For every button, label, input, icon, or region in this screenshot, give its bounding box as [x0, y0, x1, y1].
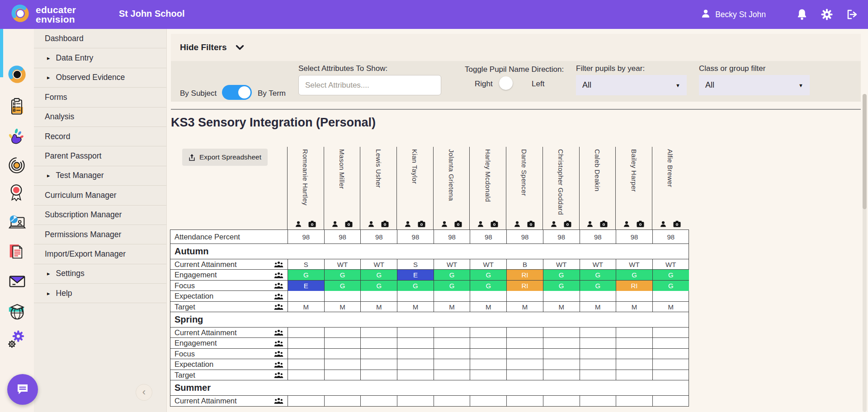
grade-cell[interactable] — [470, 291, 506, 301]
logout-icon[interactable] — [846, 9, 858, 20]
sidebar-item-help[interactable]: ▸Help — [34, 284, 166, 303]
group-icon[interactable] — [274, 261, 283, 268]
grade-cell[interactable] — [434, 370, 470, 380]
pupil-camera-icon[interactable] — [381, 220, 389, 228]
grade-cell[interactable] — [470, 370, 506, 380]
group-icon[interactable] — [274, 372, 283, 379]
grade-cell[interactable]: G — [360, 281, 397, 291]
sidebar-item-data-entry[interactable]: ▸Data Entry — [34, 48, 166, 68]
document-icon[interactable] — [7, 242, 25, 264]
globe-graduation-icon[interactable] — [7, 300, 28, 323]
grade-cell[interactable] — [652, 396, 689, 406]
grade-cell[interactable]: WT — [470, 259, 506, 270]
user-menu[interactable]: Becky St John — [701, 9, 766, 20]
grade-cell[interactable]: 98 — [324, 230, 361, 244]
pupil-profile-icon[interactable] — [514, 220, 521, 228]
chat-fab-button[interactable] — [7, 374, 38, 405]
grade-cell[interactable]: WT — [580, 259, 616, 270]
grade-cell[interactable]: G — [470, 270, 506, 280]
grade-cell[interactable] — [360, 359, 397, 370]
grade-cell[interactable] — [324, 291, 361, 301]
grade-cell[interactable]: WT — [616, 259, 652, 270]
grade-cell[interactable]: WT — [360, 259, 397, 270]
grade-cell[interactable] — [470, 349, 506, 359]
grade-cell[interactable] — [434, 291, 470, 301]
grade-cell[interactable] — [616, 396, 652, 406]
grade-cell[interactable] — [580, 349, 616, 359]
grade-cell[interactable] — [543, 291, 580, 301]
sidebar-item-import-export-manager[interactable]: Import/Export Manager — [34, 244, 166, 264]
grade-cell[interactable] — [434, 328, 470, 338]
sidebar-item-analysis[interactable]: Analysis — [34, 108, 166, 127]
grade-cell[interactable] — [506, 359, 543, 370]
sidebar-item-parent-passport[interactable]: Parent Passport — [34, 146, 166, 166]
grade-cell[interactable]: RI — [506, 270, 543, 280]
gears-icon[interactable] — [7, 330, 26, 351]
grade-cell[interactable] — [397, 349, 434, 359]
grade-cell[interactable]: G — [360, 270, 397, 280]
grade-cell[interactable] — [288, 370, 324, 380]
grade-cell[interactable]: 98 — [397, 230, 434, 244]
pupil-camera-icon[interactable] — [599, 220, 608, 228]
pupil-profile-icon[interactable] — [331, 220, 339, 228]
group-icon[interactable] — [274, 340, 283, 346]
grade-cell[interactable]: G — [652, 281, 689, 291]
grade-cell[interactable]: 98 — [470, 230, 506, 244]
pupil-profile-icon[interactable] — [295, 220, 302, 228]
grade-cell[interactable] — [360, 396, 397, 406]
grade-cell[interactable]: G — [434, 270, 470, 280]
grade-cell[interactable]: WT — [543, 259, 580, 270]
grade-cell[interactable] — [397, 328, 434, 338]
grade-cell[interactable]: M — [324, 302, 361, 312]
grade-cell[interactable]: M — [652, 302, 689, 312]
grade-cell[interactable]: G — [616, 270, 652, 280]
grade-cell[interactable]: WT — [652, 259, 689, 270]
grade-cell[interactable] — [616, 370, 652, 380]
grade-cell[interactable] — [288, 338, 324, 348]
grade-cell[interactable] — [506, 291, 543, 301]
grade-cell[interactable] — [506, 349, 543, 359]
grade-cell[interactable]: M — [288, 302, 324, 312]
grade-cell[interactable]: G — [324, 270, 361, 280]
grade-cell[interactable] — [543, 349, 580, 359]
attributes-input[interactable] — [298, 75, 441, 95]
group-icon[interactable] — [274, 398, 283, 404]
grade-cell[interactable]: 98 — [360, 230, 397, 244]
pupil-profile-icon[interactable] — [550, 220, 557, 228]
pupil-camera-icon[interactable] — [417, 220, 426, 228]
grade-cell[interactable]: S — [288, 259, 324, 270]
grade-cell[interactable]: WT — [434, 259, 470, 270]
grade-cell[interactable] — [580, 338, 616, 348]
grade-cell[interactable] — [434, 349, 470, 359]
grade-cell[interactable] — [470, 338, 506, 348]
rosette-icon[interactable] — [7, 183, 26, 203]
pupil-profile-icon[interactable] — [586, 220, 594, 228]
settings-gear-icon[interactable] — [821, 9, 833, 20]
dashboard-logo-icon[interactable] — [7, 64, 28, 87]
grade-cell[interactable] — [616, 328, 652, 338]
sidebar-item-settings[interactable]: ▸Settings — [34, 264, 166, 284]
laptop-chart-icon[interactable] — [7, 212, 28, 235]
grade-cell[interactable]: S — [397, 259, 434, 270]
grade-cell[interactable] — [397, 359, 434, 370]
grade-cell[interactable] — [288, 291, 324, 301]
pupil-camera-icon[interactable] — [673, 220, 681, 228]
notifications-bell-icon[interactable] — [797, 9, 807, 20]
grade-cell[interactable] — [324, 328, 361, 338]
pupil-camera-icon[interactable] — [308, 220, 316, 228]
grade-cell[interactable] — [324, 396, 361, 406]
hand-icon[interactable] — [7, 126, 27, 148]
grade-cell[interactable] — [397, 370, 434, 380]
grade-cell[interactable]: M — [397, 302, 434, 312]
pupil-camera-icon[interactable] — [490, 220, 499, 228]
target-icon[interactable] — [7, 155, 27, 177]
sidebar-item-curriculum-manager[interactable]: Curriculum Manager — [34, 186, 166, 205]
group-icon[interactable] — [274, 282, 283, 289]
grade-cell[interactable] — [652, 291, 689, 301]
grade-cell[interactable] — [616, 359, 652, 370]
grade-cell[interactable] — [580, 396, 616, 406]
grade-cell[interactable] — [543, 396, 580, 406]
grade-cell[interactable] — [397, 338, 434, 348]
group-icon[interactable] — [274, 351, 283, 357]
grade-cell[interactable]: WT — [324, 259, 361, 270]
